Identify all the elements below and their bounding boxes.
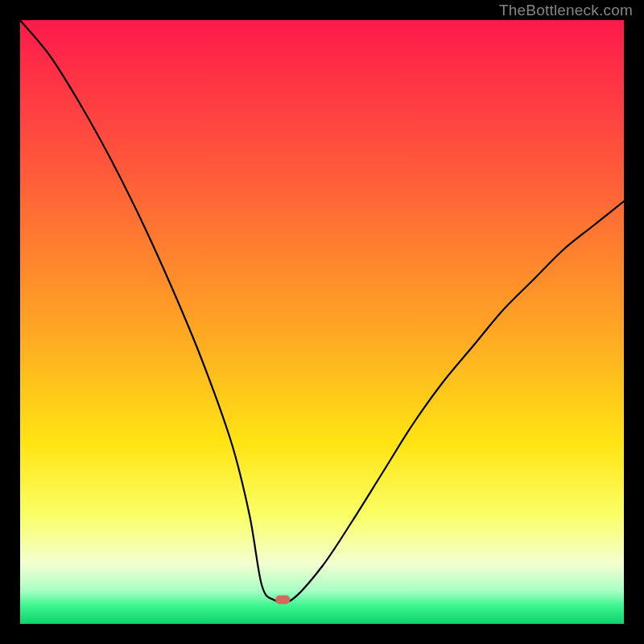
gradient-background	[20, 20, 624, 624]
chart-frame: TheBottleneck.com	[0, 0, 644, 644]
chart-plot	[20, 20, 624, 624]
chart-svg	[20, 20, 624, 624]
watermark-text: TheBottleneck.com	[499, 2, 633, 19]
minimum-marker	[275, 596, 290, 605]
